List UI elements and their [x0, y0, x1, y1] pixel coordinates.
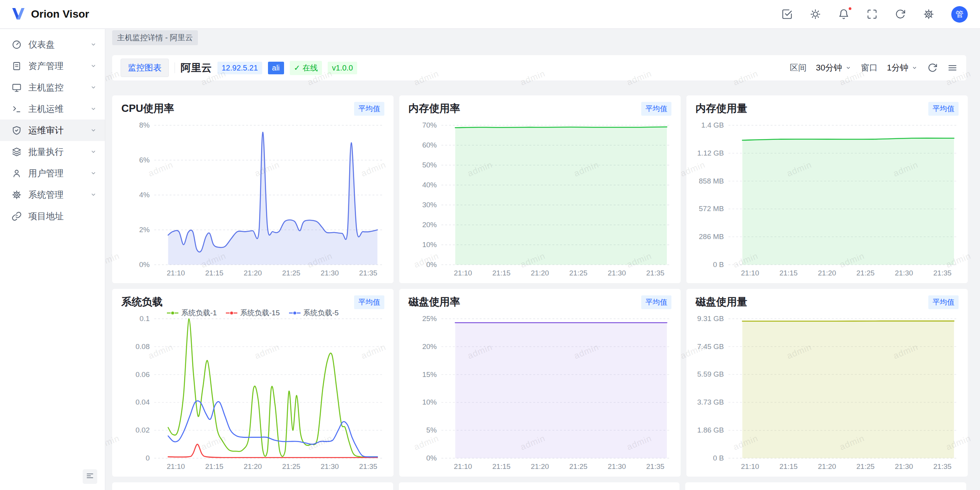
orion-visor-logo: [11, 7, 26, 21]
legend-item[interactable]: 系统负载-1: [167, 308, 217, 318]
sidebar: 仪表盘资产管理主机监控主机运维运维审计批量执行用户管理系统管理项目地址: [0, 29, 105, 490]
svg-text:21:35: 21:35: [933, 462, 952, 470]
chevron-down-icon: [90, 105, 97, 113]
svg-text:25%: 25%: [422, 315, 437, 323]
svg-text:21:25: 21:25: [282, 269, 301, 277]
svg-text:0.06: 0.06: [136, 370, 150, 379]
settings-icon[interactable]: [923, 8, 934, 20]
chart-refresh-button[interactable]: [927, 62, 938, 73]
svg-text:21:25: 21:25: [569, 269, 588, 277]
breadcrumb[interactable]: 主机监控详情 - 阿里云: [112, 30, 198, 45]
chart-config-button[interactable]: [947, 62, 958, 73]
sidebar-item-label: 资产管理: [28, 60, 83, 72]
legend-label: 系统负载-5: [303, 308, 339, 318]
svg-text:21:10: 21:10: [454, 462, 472, 470]
monitor-chart-tab[interactable]: 监控图表: [121, 59, 169, 77]
svg-text:21:25: 21:25: [856, 269, 875, 277]
legend-marker-icon: [167, 311, 178, 315]
svg-text:21:30: 21:30: [321, 462, 339, 470]
main-content: 监控图表 阿里云 12.92.5.21 ali ✓在线 v1.0.0 区间 30…: [106, 46, 980, 490]
header-actions: 管: [781, 6, 969, 23]
sidebar-item-host-ops[interactable]: 主机运维: [0, 98, 105, 120]
chevron-down-icon: [90, 126, 97, 134]
svg-text:21:35: 21:35: [933, 269, 952, 277]
svg-text:0: 0: [145, 454, 150, 462]
svg-text:30%: 30%: [422, 201, 437, 209]
sidebar-item-project-link[interactable]: 项目地址: [0, 205, 105, 227]
shield-icon: [11, 125, 22, 136]
svg-text:0.02: 0.02: [136, 426, 150, 434]
chart-avg-badge: 平均值: [354, 295, 384, 309]
chart-title: 磁盘使用量: [696, 295, 747, 309]
window-value: 1分钟: [887, 62, 908, 74]
svg-text:21:35: 21:35: [646, 269, 665, 277]
user-avatar[interactable]: 管: [951, 6, 968, 23]
svg-text:21:25: 21:25: [856, 462, 875, 470]
svg-text:15%: 15%: [422, 370, 437, 379]
layers-icon: [11, 147, 22, 157]
svg-text:50%: 50%: [422, 161, 437, 169]
sidebar-item-host-monitor[interactable]: 主机监控: [0, 77, 105, 98]
svg-text:1.86 GB: 1.86 GB: [697, 426, 724, 434]
chart-card-partial: [112, 482, 393, 490]
svg-text:21:10: 21:10: [167, 269, 185, 277]
host-name: 阿里云: [181, 61, 212, 75]
sidebar-item-dashboard[interactable]: 仪表盘: [0, 34, 105, 55]
svg-text:20%: 20%: [422, 221, 437, 229]
chart-card-memory-usage-percent: 内存使用率平均值0%10%20%30%40%50%60%70%21:1021:1…: [399, 95, 681, 283]
svg-text:1.4 GB: 1.4 GB: [701, 121, 724, 129]
chevron-down-icon: [90, 84, 97, 91]
svg-text:21:10: 21:10: [167, 462, 185, 470]
sidebar-item-system-mgmt[interactable]: 系统管理: [0, 184, 105, 205]
legend-label: 系统负载-15: [240, 308, 279, 318]
chart-card-partial: [685, 482, 966, 490]
sidebar-item-user-mgmt[interactable]: 用户管理: [0, 162, 105, 184]
sidebar-item-label: 批量执行: [28, 146, 83, 158]
fullscreen-icon[interactable]: [866, 8, 878, 20]
chart-avg-badge: 平均值: [641, 295, 671, 309]
svg-text:60%: 60%: [422, 141, 437, 149]
range-select[interactable]: 30分钟: [816, 62, 851, 74]
legend-item[interactable]: 系统负载-5: [289, 308, 339, 318]
legend-item[interactable]: 系统负载-15: [226, 308, 279, 318]
svg-text:21:35: 21:35: [646, 462, 665, 470]
sidebar-item-assets[interactable]: 资产管理: [0, 55, 105, 77]
svg-text:6%: 6%: [139, 156, 150, 164]
svg-text:21:20: 21:20: [531, 269, 549, 277]
host-ip-chip: 12.92.5.21: [217, 62, 262, 74]
chevron-down-icon: [911, 64, 918, 71]
svg-text:21:35: 21:35: [359, 269, 377, 277]
svg-text:2%: 2%: [139, 226, 150, 234]
svg-text:10%: 10%: [422, 241, 437, 249]
sidebar-item-label: 用户管理: [28, 167, 83, 179]
chart-title: 磁盘使用率: [408, 295, 460, 309]
sidebar-collapse-button[interactable]: [83, 469, 97, 484]
host-info-group: 监控图表 阿里云 12.92.5.21 ali ✓在线 v1.0.0: [121, 59, 357, 77]
svg-text:21:35: 21:35: [359, 462, 377, 470]
chart-card-disk-usage-percent: 磁盘使用率平均值0%5%10%15%20%25%21:1021:1521:202…: [399, 289, 681, 477]
tasks-icon[interactable]: [781, 8, 793, 20]
app-title: Orion Visor: [31, 8, 89, 20]
svg-text:0%: 0%: [426, 261, 437, 269]
chevron-down-icon: [90, 148, 97, 156]
chart-card-cpu-usage: CPU使用率平均值0%2%4%6%8%21:1021:1521:2021:252…: [112, 95, 394, 283]
host-toolbar: 监控图表 阿里云 12.92.5.21 ali ✓在线 v1.0.0 区间 30…: [112, 55, 966, 80]
breadcrumb-bar: 主机监控详情 - 阿里云: [106, 29, 980, 46]
page-refresh-icon[interactable]: [895, 8, 906, 20]
svg-text:20%: 20%: [422, 343, 437, 351]
chart-plot: 0 B286 MB572 MB858 MB1.12 GB1.4 GB21:102…: [696, 120, 959, 278]
svg-text:0%: 0%: [139, 261, 150, 269]
theme-toggle-icon[interactable]: [810, 8, 821, 20]
chevron-down-icon: [90, 41, 97, 48]
chevron-down-icon: [90, 169, 97, 177]
document-icon: [11, 61, 22, 71]
notifications-icon[interactable]: [838, 8, 849, 20]
sidebar-item-batch-exec[interactable]: 批量执行: [0, 141, 105, 162]
sidebar-item-ops-audit[interactable]: 运维审计: [0, 120, 105, 141]
range-label: 区间: [790, 62, 807, 74]
chart-plot: 0%2%4%6%8%21:1021:1521:2021:2521:3021:35: [121, 120, 384, 278]
chart-controls: 区间 30分钟 窗口 1分钟: [790, 62, 958, 74]
monitor-icon: [11, 82, 22, 93]
chart-legend: 系统负载-1系统负载-15系统负载-5: [112, 308, 394, 318]
window-select[interactable]: 1分钟: [887, 62, 918, 74]
